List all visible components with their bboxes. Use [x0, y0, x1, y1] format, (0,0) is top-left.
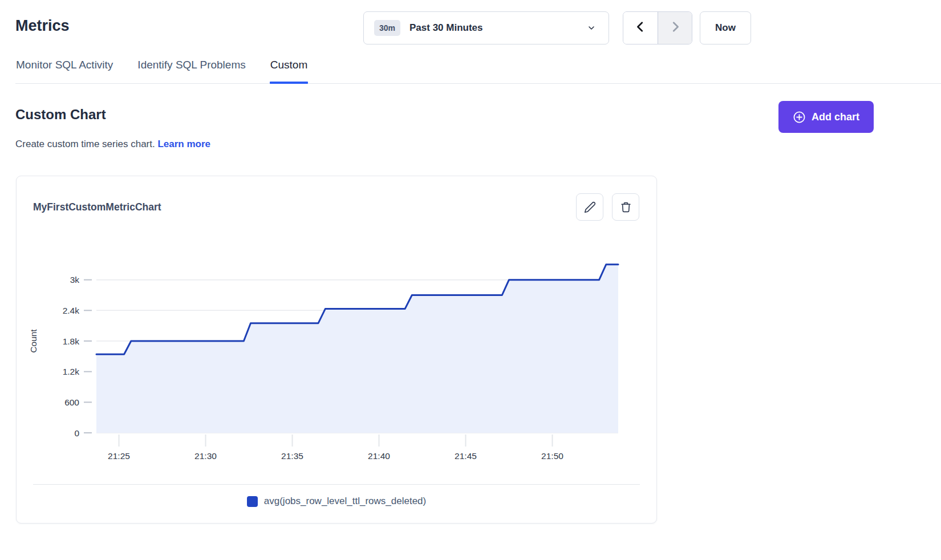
svg-text:21:50: 21:50 [541, 451, 563, 461]
plus-circle-icon [793, 111, 806, 124]
chart-card-header: MyFirstCustomMetricChart [17, 176, 656, 221]
svg-text:1.2k: 1.2k [63, 367, 80, 376]
subtitle-text: Create custom time series chart. [15, 139, 155, 149]
next-interval-button [658, 12, 692, 44]
svg-text:0: 0 [74, 428, 79, 438]
svg-text:2.4k: 2.4k [63, 306, 80, 315]
svg-text:600: 600 [64, 397, 79, 407]
svg-text:21:45: 21:45 [455, 451, 477, 461]
legend-label: avg(jobs_row_level_ttl_rows_deleted) [264, 496, 426, 507]
svg-text:21:25: 21:25 [108, 451, 130, 461]
page-title: Metrics [15, 17, 70, 35]
tab-identify-sql-problems[interactable]: Identify SQL Problems [137, 58, 246, 83]
edit-chart-button[interactable] [576, 193, 603, 221]
svg-text:Count: Count [29, 329, 38, 353]
chevron-down-icon [587, 23, 596, 33]
chart-area[interactable]: 06001.2k1.8k2.4k3k21:2521:3021:3521:4021… [17, 239, 625, 468]
svg-text:21:35: 21:35 [281, 451, 303, 461]
tab-custom[interactable]: Custom [270, 58, 308, 83]
section-title: Custom Chart [15, 107, 106, 123]
chart-title: MyFirstCustomMetricChart [33, 201, 567, 213]
prev-interval-button[interactable] [623, 12, 658, 44]
chevron-left-icon [634, 21, 647, 35]
time-controls: 30m Past 30 Minutes Now [363, 11, 751, 44]
svg-text:21:40: 21:40 [368, 451, 390, 461]
tab-bar: Monitor SQL Activity Identify SQL Proble… [15, 58, 941, 84]
pencil-icon [584, 201, 596, 213]
add-chart-label: Add chart [812, 111, 859, 123]
time-nav-group [623, 11, 692, 44]
card-divider [33, 484, 640, 485]
time-range-select[interactable]: 30m Past 30 Minutes [363, 11, 609, 44]
trash-icon [620, 201, 632, 213]
chart-legend[interactable]: avg(jobs_row_level_ttl_rows_deleted) [17, 496, 656, 507]
time-range-label: Past 30 Minutes [409, 22, 587, 34]
learn-more-link[interactable]: Learn more [157, 139, 210, 149]
chevron-right-icon [669, 21, 682, 35]
tab-monitor-sql-activity[interactable]: Monitor SQL Activity [15, 58, 113, 83]
metric-chart-svg[interactable]: 06001.2k1.8k2.4k3k21:2521:3021:3521:4021… [17, 239, 625, 466]
svg-text:3k: 3k [70, 275, 80, 285]
metrics-page: Metrics 30m Past 30 Minutes Now Monitor [0, 0, 941, 560]
delete-chart-button[interactable] [612, 193, 639, 221]
time-range-badge: 30m [374, 20, 400, 36]
legend-swatch [247, 496, 258, 507]
section-subtitle: Create custom time series chart. Learn m… [15, 139, 210, 150]
svg-text:1.8k: 1.8k [63, 336, 80, 346]
add-chart-button[interactable]: Add chart [778, 101, 874, 133]
svg-text:21:30: 21:30 [194, 451, 217, 461]
now-button[interactable]: Now [700, 11, 751, 44]
custom-chart-card: MyFirstCustomMetricChart 06001.2k1.8k2.4… [16, 176, 657, 524]
